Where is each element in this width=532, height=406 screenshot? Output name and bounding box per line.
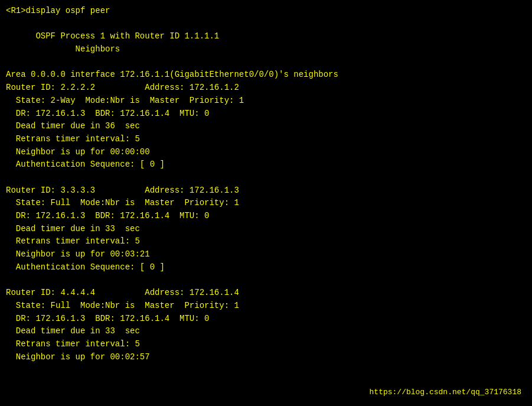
terminal-line: Router ID: 2.2.2.2 Address: 172.16.1.2 <box>6 82 526 95</box>
terminal-line <box>6 18 526 31</box>
terminal-line: DR: 172.16.1.3 BDR: 172.16.1.4 MTU: 0 <box>6 210 526 223</box>
terminal-line <box>6 56 526 69</box>
terminal-line: State: Full Mode:Nbr is Master Priority:… <box>6 300 526 313</box>
terminal-line: Retrans timer interval: 5 <box>6 338 526 351</box>
terminal-output: <R1>display ospf peer OSPF Process 1 wit… <box>6 5 526 363</box>
terminal-line: Dead timer due in 36 sec <box>6 120 526 133</box>
terminal-line: Authentication Sequence: [ 0 ] <box>6 158 526 171</box>
terminal-line: Neighbor is up for 00:00:00 <box>6 146 526 159</box>
terminal-line: DR: 172.16.1.3 BDR: 172.16.1.4 MTU: 0 <box>6 108 526 121</box>
terminal-line: <R1>display ospf peer <box>6 5 526 18</box>
terminal-window: <R1>display ospf peer OSPF Process 1 wit… <box>6 5 526 401</box>
terminal-line: Retrans timer interval: 5 <box>6 235 526 248</box>
terminal-line: Authentication Sequence: [ 0 ] <box>6 261 526 274</box>
terminal-line: Router ID: 4.4.4.4 Address: 172.16.1.4 <box>6 287 526 300</box>
terminal-line: Area 0.0.0.0 interface 172.16.1.1(Gigabi… <box>6 69 526 82</box>
terminal-line <box>6 274 526 287</box>
terminal-line: Router ID: 3.3.3.3 Address: 172.16.1.3 <box>6 184 526 197</box>
terminal-line: State: Full Mode:Nbr is Master Priority:… <box>6 197 526 210</box>
terminal-line: Dead timer due in 33 sec <box>6 325 526 338</box>
terminal-line: DR: 172.16.1.3 BDR: 172.16.1.4 MTU: 0 <box>6 313 526 326</box>
terminal-line: Neighbor is up for 00:02:57 <box>6 351 526 364</box>
watermark: https://blog.csdn.net/qq_37176318 <box>370 388 521 397</box>
terminal-line: Dead timer due in 33 sec <box>6 223 526 236</box>
terminal-line: OSPF Process 1 with Router ID 1.1.1.1 <box>6 30 526 43</box>
terminal-line: Retrans timer interval: 5 <box>6 133 526 146</box>
terminal-line: State: 2-Way Mode:Nbr is Master Priority… <box>6 95 526 108</box>
terminal-line: Neighbor is up for 00:03:21 <box>6 248 526 261</box>
terminal-line <box>6 171 526 184</box>
terminal-line: Neighbors <box>6 43 526 56</box>
